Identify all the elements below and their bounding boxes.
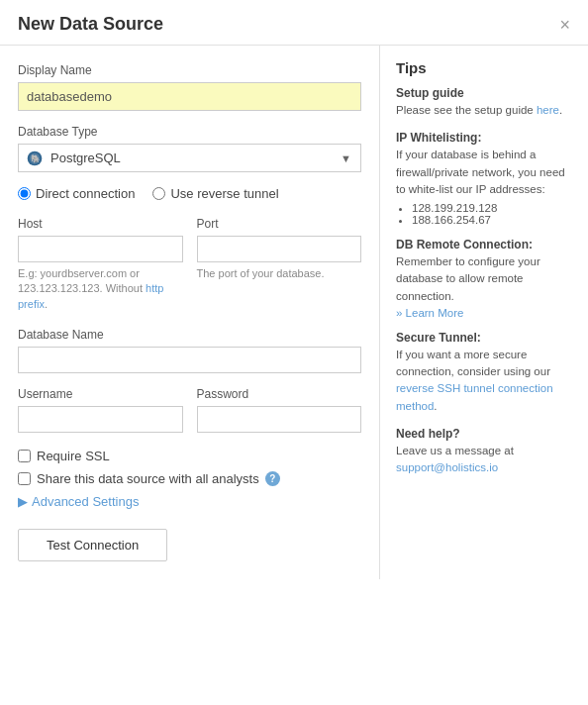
db-name-field: Database Name [18,328,361,373]
learn-more-link[interactable]: » Learn More [396,307,572,319]
setup-guide-tip: Setup guide Please see the setup guide h… [396,86,572,119]
direct-connection-radio[interactable] [18,187,31,200]
username-input[interactable] [18,406,183,433]
share-datasource-label: Share this data source with all analysts [37,471,259,486]
username-password-row: Username Password [18,387,361,433]
advanced-settings-label: Advanced Settings [32,494,139,509]
port-field: Port The port of your database. [197,217,362,312]
port-hint: The port of your database. [197,266,362,281]
db-type-label: Database Type [18,125,361,139]
support-email-link[interactable]: support@holistics.io [396,461,498,473]
need-help-tip: Need help? Leave us a message at support… [396,427,572,477]
display-name-label: Display Name [18,63,361,77]
need-help-heading: Need help? [396,427,572,441]
password-input[interactable] [197,406,362,433]
username-field: Username [18,387,183,433]
svg-text:🐘: 🐘 [31,152,41,162]
db-remote-heading: DB Remote Connection: [396,238,572,252]
secure-tunnel-body: If you want a more secure connection, co… [396,347,572,415]
display-name-field: Display Name [18,63,361,125]
modal-title: New Data Source [18,14,163,35]
close-button[interactable]: × [559,16,570,34]
ip-address-1: 128.199.219.128 [412,202,572,214]
setup-guide-heading: Setup guide [396,86,572,100]
modal-body: Display Name Database Type 🐘 PostgreSQL … [0,46,588,579]
need-help-body: Leave us a message at support@holistics.… [396,443,572,477]
require-ssl-label: Require SSL [37,449,110,463]
db-type-select[interactable]: PostgreSQL MySQL Microsoft SQL Server Bi… [18,144,361,172]
ip-whitelisting-body: If your database is behind a firewall/pr… [396,147,572,198]
host-field: Host E.g: yourdbserver.com or 123.123.12… [18,217,183,312]
postgresql-icon: 🐘 [26,150,44,167]
db-name-input[interactable] [18,347,361,373]
secure-tunnel-tip: Secure Tunnel: If you want a more secure… [396,331,572,415]
password-label: Password [197,387,362,401]
host-input[interactable] [18,236,183,262]
tips-title: Tips [396,59,572,76]
connection-type-group: Direct connection Use reverse tunnel [18,186,361,201]
ip-address-list: 128.199.219.128 188.166.254.67 [412,202,572,226]
test-connection-button[interactable]: Test Connection [18,529,167,561]
direct-connection-option[interactable]: Direct connection [18,186,135,201]
left-panel: Display Name Database Type 🐘 PostgreSQL … [0,46,380,579]
db-type-field: Database Type 🐘 PostgreSQL MySQL Microso… [18,125,361,172]
reverse-tunnel-option[interactable]: Use reverse tunnel [152,186,278,201]
ip-address-2: 188.166.254.67 [412,214,572,226]
advanced-settings-toggle[interactable]: ▶ Advanced Settings [18,494,361,509]
tips-panel: Tips Setup guide Please see the setup gu… [380,46,588,579]
db-name-label: Database Name [18,328,361,342]
share-help-icon[interactable]: ? [265,471,280,486]
ip-whitelisting-heading: IP Whitelisting: [396,131,572,145]
host-hint: E.g: yourdbserver.com or 123.123.123.123… [18,266,183,312]
db-type-select-wrapper: 🐘 PostgreSQL MySQL Microsoft SQL Server … [18,144,361,172]
reverse-tunnel-radio[interactable] [152,187,165,200]
port-label: Port [197,217,362,231]
port-input[interactable] [197,236,362,262]
share-datasource-row: Share this data source with all analysts… [18,471,361,486]
advanced-settings-arrow: ▶ [18,494,28,509]
db-remote-body: Remember to configure your database to a… [396,253,572,305]
db-remote-tip: DB Remote Connection: Remember to config… [396,238,572,319]
reverse-ssh-link[interactable]: reverse SSH tunnel connection method [396,382,553,411]
share-datasource-checkbox[interactable] [18,472,31,485]
secure-tunnel-heading: Secure Tunnel: [396,331,572,345]
password-field: Password [197,387,362,433]
display-name-input[interactable] [18,82,361,111]
host-port-row: Host E.g: yourdbserver.com or 123.123.12… [18,217,361,312]
setup-guide-link[interactable]: here [537,104,559,116]
username-label: Username [18,387,183,401]
ip-whitelisting-tip: IP Whitelisting: If your database is beh… [396,131,572,226]
modal-header: New Data Source × [0,0,588,46]
require-ssl-checkbox[interactable] [18,450,31,462]
require-ssl-row: Require SSL [18,449,361,463]
host-label: Host [18,217,183,231]
http-prefix-link[interactable]: http prefix [18,282,163,309]
new-data-source-modal: New Data Source × Display Name Database … [0,0,588,705]
setup-guide-body: Please see the setup guide here. [396,102,572,119]
